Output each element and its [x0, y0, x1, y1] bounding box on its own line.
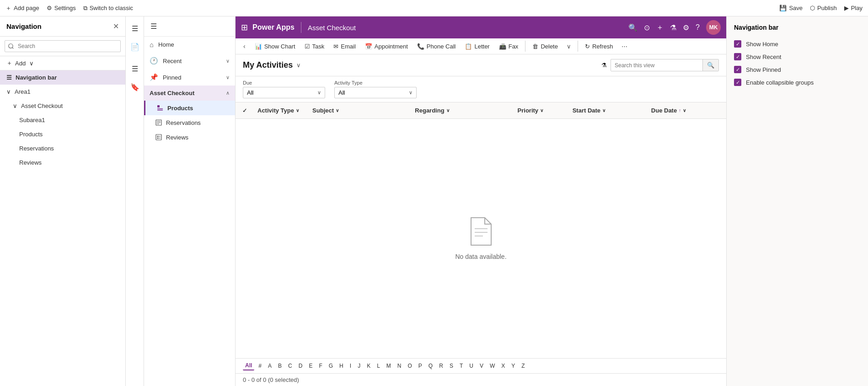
side-nav-home[interactable]: ⌂ Home	[144, 37, 235, 53]
recent-icon: 🕐	[150, 57, 158, 65]
nav-item-subarea1[interactable]: Subarea1	[0, 113, 125, 127]
filter-funnel-icon[interactable]: ⚗	[601, 62, 607, 69]
alpha-item-x[interactable]: X	[499, 362, 507, 370]
alpha-item-d[interactable]: D	[296, 362, 305, 370]
add-page-button[interactable]: ＋ Add page	[5, 4, 39, 12]
plus-icon[interactable]: ＋	[656, 23, 664, 32]
alpha-item-a[interactable]: A	[266, 362, 274, 370]
alpha-item-m[interactable]: M	[384, 362, 393, 370]
alpha-item-o[interactable]: O	[406, 362, 414, 370]
show-pinned-checkbox[interactable]: ✓	[734, 66, 741, 73]
appointment-button[interactable]: 📅 Appointment	[361, 41, 412, 52]
task-button[interactable]: ☑ Task	[300, 41, 329, 52]
user-avatar[interactable]: MK	[706, 20, 721, 35]
side-nav-pinned[interactable]: 📌 Pinned ∨	[144, 69, 235, 86]
view-search-button[interactable]: 🔍	[702, 59, 718, 71]
th-due-date[interactable]: Due Date ↑ ∨	[648, 105, 726, 116]
side-nav-reservations[interactable]: Reservations	[144, 115, 235, 130]
alpha-item-h[interactable]: H	[337, 362, 346, 370]
view-search-input[interactable]	[611, 60, 702, 71]
alpha-item-all[interactable]: All	[243, 361, 254, 370]
toolbar-overflow-button[interactable]: ⋯	[618, 41, 631, 52]
side-nav-asset-checkout-group[interactable]: Asset Checkout ∧	[144, 86, 235, 101]
alpha-item-b[interactable]: B	[276, 362, 284, 370]
more-button[interactable]: ∨	[563, 41, 575, 52]
checkbox-check-icon: ✓	[736, 41, 740, 47]
refresh-button[interactable]: ↻ Refresh	[581, 41, 617, 52]
email-button[interactable]: ✉ Email	[329, 41, 360, 52]
filter-icon[interactable]: ⚗	[670, 23, 676, 32]
show-home-checkbox[interactable]: ✓	[734, 40, 741, 48]
hamburger-menu-button[interactable]: ☰	[147, 20, 161, 32]
alpha-item-n[interactable]: N	[395, 362, 404, 370]
filter-activity-select[interactable]: All ∨	[334, 87, 417, 98]
help-icon[interactable]: ?	[696, 23, 700, 32]
gear-icon[interactable]: ⚙	[683, 23, 689, 32]
th-priority[interactable]: Priority ∨	[514, 105, 569, 116]
alpha-item-i[interactable]: I	[348, 362, 354, 370]
save-button[interactable]: 💾 Save	[779, 5, 803, 11]
settings-button[interactable]: ⚙ Settings	[47, 5, 76, 11]
list-icon-button[interactable]: ☰	[127, 60, 143, 77]
fax-button[interactable]: 📠 Fax	[495, 41, 523, 52]
content-footer: 0 - 0 of 0 (0 selected)	[236, 373, 726, 386]
delete-button[interactable]: 🗑 Delete	[528, 41, 562, 52]
page-icon-button[interactable]: 📄	[127, 38, 143, 55]
collapsible-checkbox[interactable]: ✓	[734, 79, 741, 86]
alpha-item-k[interactable]: K	[364, 362, 373, 370]
alpha-item-l[interactable]: L	[375, 362, 382, 370]
nav-item-products[interactable]: Products	[0, 127, 125, 141]
show-chart-button[interactable]: 📊 Show Chart	[251, 41, 300, 52]
pa-grid-icon[interactable]: ⊞	[241, 22, 248, 32]
nav-item-asset-checkout[interactable]: ∨ Asset Checkout	[0, 99, 125, 113]
alpha-item-e[interactable]: E	[306, 362, 315, 370]
top-bar: ＋ Add page ⚙ Settings ⧉ Switch to classi…	[0, 0, 868, 16]
alpha-item-#[interactable]: #	[256, 362, 264, 370]
alpha-item-v[interactable]: V	[477, 362, 486, 370]
play-button[interactable]: ▶ Play	[844, 5, 863, 11]
nav-search-input[interactable]	[5, 40, 121, 52]
side-nav-reviews[interactable]: Reviews	[144, 130, 235, 145]
alpha-item-r[interactable]: R	[437, 362, 445, 370]
alpha-item-t[interactable]: T	[457, 362, 465, 370]
nav-item-area1[interactable]: ∨ Area1	[0, 85, 125, 99]
switch-classic-button[interactable]: ⧉ Switch to classic	[83, 5, 133, 12]
th-activity-type[interactable]: Activity Type ∨	[254, 105, 309, 116]
alpha-item-w[interactable]: W	[488, 362, 497, 370]
nav-close-button[interactable]: ✕	[113, 22, 119, 31]
priority-sort-icon: ∨	[540, 108, 543, 113]
alpha-item-f[interactable]: F	[316, 362, 324, 370]
alpha-item-j[interactable]: J	[355, 362, 363, 370]
alpha-item-s[interactable]: S	[447, 362, 455, 370]
copilot-icon[interactable]: ⊙	[644, 23, 650, 32]
alpha-item-u[interactable]: U	[467, 362, 476, 370]
publish-button[interactable]: ⬡ Publish	[810, 5, 837, 11]
search-icon[interactable]: 🔍	[628, 23, 638, 32]
back-button[interactable]: ‹	[239, 40, 250, 52]
nav-panel: Navigation ✕ ＋ Add ∨ ☰ Navigation bar ∨ …	[0, 16, 126, 386]
th-regarding[interactable]: Regarding ∨	[411, 105, 514, 116]
nav-add-button[interactable]: ＋ Add ∨	[0, 56, 125, 70]
phone-call-button[interactable]: 📞 Phone Call	[413, 41, 460, 52]
th-subject[interactable]: Subject ∨	[309, 105, 411, 116]
right-panel: Navigation bar ✓ Show Home ✓ Show Recent…	[726, 16, 868, 386]
hamburger-icon-button[interactable]: ☰	[127, 20, 143, 37]
alpha-item-z[interactable]: Z	[519, 362, 527, 370]
th-checkbox[interactable]: ✓	[236, 107, 254, 114]
bookmark-icon-button[interactable]: 🔖	[127, 79, 143, 95]
side-nav-recent[interactable]: 🕐 Recent ∨	[144, 53, 235, 69]
view-chevron-icon[interactable]: ∨	[296, 62, 301, 69]
th-start-date[interactable]: Start Date ∨	[569, 105, 648, 116]
filter-due-select[interactable]: All ∨	[243, 87, 325, 98]
nav-item-reviews[interactable]: Reviews	[0, 155, 125, 170]
show-recent-checkbox[interactable]: ✓	[734, 53, 741, 60]
nav-item-navigation-bar[interactable]: ☰ Navigation bar	[0, 70, 125, 85]
alpha-item-c[interactable]: C	[286, 362, 295, 370]
side-nav-products[interactable]: Products	[144, 101, 235, 115]
nav-item-reservations[interactable]: Reservations	[0, 141, 125, 155]
alpha-item-q[interactable]: Q	[426, 362, 435, 370]
alpha-item-y[interactable]: Y	[509, 362, 517, 370]
alpha-item-p[interactable]: P	[416, 362, 424, 370]
letter-button[interactable]: 📋 Letter	[461, 41, 493, 52]
alpha-item-g[interactable]: G	[327, 362, 335, 370]
